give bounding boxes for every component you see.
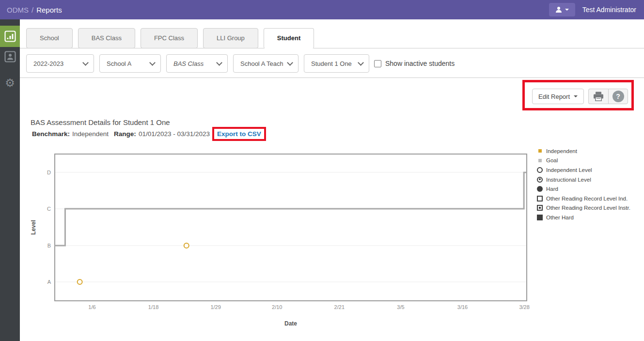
toolbar-icon-group: ? <box>588 89 628 104</box>
report-subtitle: Benchmark: Independent Range: 01/01/2023… <box>32 130 266 138</box>
y-axis-tick: B <box>47 243 51 248</box>
y-axis-label: Level <box>30 220 37 235</box>
user-icon <box>4 51 16 62</box>
y-axis-tick: A <box>47 279 51 285</box>
legend-label: Instructional Level <box>546 177 591 183</box>
goal-line <box>55 172 527 246</box>
filter-selects: 2022-2023School ABAS ClassSchool A Teach… <box>26 54 369 73</box>
page: ODMS / Reports Test Administrator <box>0 0 644 341</box>
square-small-marker-icon <box>538 159 542 162</box>
legend-item-independent-level: Independent Level <box>537 165 630 175</box>
chevron-down-icon <box>216 60 222 66</box>
school-year-select[interactable]: 2022-2023 <box>26 54 94 73</box>
user-name: Test Administrator <box>582 6 636 14</box>
x-axis-tick: 2/10 <box>272 304 282 310</box>
square-dot-marker-icon <box>537 205 543 211</box>
chart-legend: IndependentGoalIndependent LevelInstruct… <box>537 146 630 222</box>
benchmark-value: Independent <box>72 130 109 138</box>
data-point-independent-level[interactable] <box>78 279 82 284</box>
filter-bar: 2022-2023School ABAS ClassSchool A Teach… <box>20 49 644 78</box>
legend-label: Independent <box>546 148 577 154</box>
bas-assessment-chart: ABCD1/61/181/292/102/213/53/163/28DateLe… <box>29 145 533 334</box>
x-axis-tick: 1/6 <box>88 304 95 310</box>
report-title: BAS Assessment Details for Student 1 One <box>31 118 266 126</box>
x-axis-tick: 1/29 <box>210 304 220 310</box>
benchmark-label: Benchmark: <box>32 130 70 138</box>
school-year-select-value: 2022-2023 <box>33 60 63 67</box>
y-axis-tick: C <box>47 206 51 212</box>
chevron-down-icon <box>149 60 156 66</box>
show-inactive-control[interactable]: Show inactive students <box>374 49 455 78</box>
circle-open-marker-icon <box>537 167 543 173</box>
school-select[interactable]: School A <box>99 54 161 73</box>
chevron-down-icon <box>358 60 364 66</box>
x-axis-tick: 2/21 <box>334 304 345 310</box>
caret-down-icon <box>574 95 578 97</box>
x-axis-tick: 3/16 <box>457 304 468 310</box>
legend-label: Independent Level <box>546 167 592 173</box>
sidebar-item-settings[interactable]: ⚙ <box>0 73 20 93</box>
legend-item-instructional-level: Instructional Level <box>537 175 630 185</box>
teacher-select-value: School A Teache <box>240 60 283 67</box>
square-filled-marker-icon <box>537 215 543 220</box>
school-select-value: School A <box>107 60 131 67</box>
report-tabs: SchoolBAS ClassFPC ClassLLI GroupStudent <box>26 28 314 48</box>
square-small-marker-icon <box>538 149 542 153</box>
teacher-select[interactable]: School A Teache <box>233 54 298 73</box>
tab-school[interactable]: School <box>26 28 73 48</box>
breadcrumb-separator: / <box>31 6 33 14</box>
print-button[interactable] <box>588 89 608 104</box>
x-axis-tick: 3/5 <box>397 304 404 310</box>
show-inactive-checkbox[interactable] <box>374 60 381 67</box>
user-icon <box>555 6 563 14</box>
legend-label: Other Reading Record Level Ind. <box>546 196 628 202</box>
legend-label: Hard <box>546 186 558 192</box>
legend-item-other-reading-record-level-instr-: Other Reading Record Level Instr. <box>537 203 630 213</box>
class-type-select-value: BAS Class <box>173 60 204 67</box>
x-axis-tick: 1/18 <box>148 304 158 310</box>
legend-item-hard: Hard <box>537 184 630 194</box>
legend-item-goal: Goal <box>537 156 630 166</box>
legend-label: Other Hard <box>546 215 574 220</box>
legend-label: Other Reading Record Level Instr. <box>546 205 630 211</box>
user-menu-button[interactable] <box>549 3 575 16</box>
breadcrumb: ODMS / Reports <box>7 0 62 19</box>
help-button[interactable]: ? <box>608 89 628 104</box>
range-value: 01/01/2023 - 03/31/2023 <box>139 130 210 138</box>
tab-bas-class[interactable]: BAS Class <box>78 28 135 48</box>
chevron-down-icon <box>82 60 89 66</box>
circle-filled-marker-icon <box>537 186 543 192</box>
x-axis-tick: 3/28 <box>519 304 529 310</box>
edit-report-label: Edit Report <box>538 93 570 100</box>
tab-student[interactable]: Student <box>264 28 314 48</box>
sidebar-item-reports[interactable] <box>0 26 20 47</box>
export-to-csv-link[interactable]: Export to CSV <box>212 127 266 141</box>
caret-down-icon <box>565 9 569 11</box>
top-bar: ODMS / Reports Test Administrator <box>0 0 644 19</box>
chevron-down-icon <box>287 60 293 66</box>
tab-fpc-class[interactable]: FPC Class <box>141 28 198 48</box>
y-axis-tick: D <box>47 170 51 175</box>
bar-chart-icon <box>4 31 16 42</box>
sidebar-item-users[interactable] <box>0 47 20 66</box>
tab-strip: SchoolBAS ClassFPC ClassLLI GroupStudent <box>20 19 644 48</box>
legend-item-other-reading-record-level-ind-: Other Reading Record Level Ind. <box>537 194 630 203</box>
help-icon: ? <box>613 91 624 102</box>
range-label: Range: <box>114 130 136 138</box>
legend-item-independent: Independent <box>537 146 630 156</box>
student-select[interactable]: Student 1 One <box>304 54 369 73</box>
breadcrumb-app[interactable]: ODMS <box>7 6 29 14</box>
student-select-value: Student 1 One <box>311 60 352 67</box>
report-header: BAS Assessment Details for Student 1 One… <box>31 118 266 138</box>
edit-report-button[interactable]: Edit Report <box>532 89 584 104</box>
user-area: Test Administrator <box>549 0 636 19</box>
breadcrumb-page: Reports <box>36 6 62 14</box>
x-axis-label: Date <box>284 320 297 327</box>
class-type-select[interactable]: BAS Class <box>166 54 228 73</box>
tab-lli-group[interactable]: LLI Group <box>203 28 258 48</box>
sidebar: ⚙ <box>0 19 20 341</box>
show-inactive-label: Show inactive students <box>385 60 455 67</box>
legend-label: Goal <box>546 157 558 163</box>
legend-item-other-hard: Other Hard <box>537 213 630 222</box>
data-point-independent-level[interactable] <box>184 243 189 248</box>
